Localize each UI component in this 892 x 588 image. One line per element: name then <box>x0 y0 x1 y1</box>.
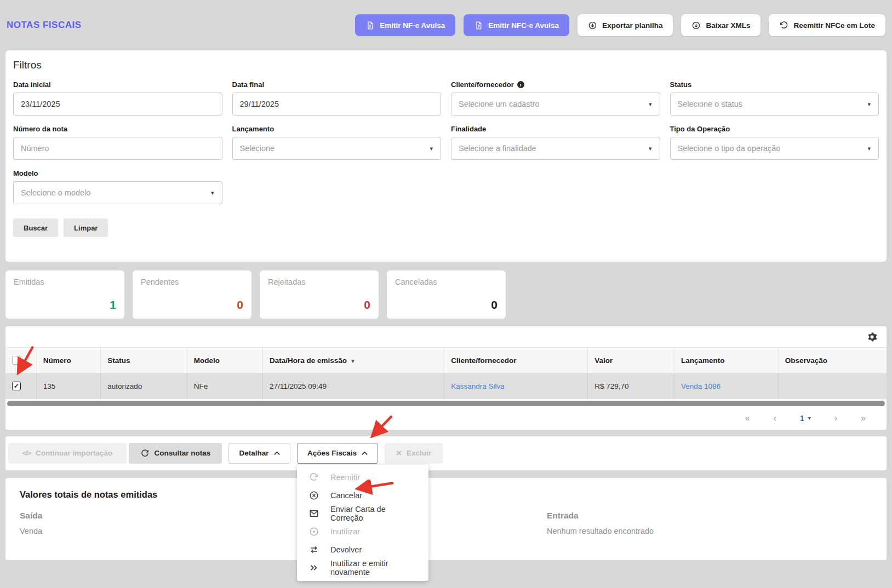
filter-status: Status Selecione o status <box>670 71 879 116</box>
excluir-button[interactable]: Excluir <box>385 443 443 464</box>
col-data-emissao[interactable]: Data/Hora de emissão <box>263 348 444 373</box>
download-circle-icon <box>691 21 701 30</box>
export-sheet-label: Exportar planilha <box>602 21 662 30</box>
chevron-down-icon <box>808 415 811 421</box>
prev-page-button[interactable] <box>774 413 776 423</box>
rejeitadas-value: 0 <box>364 298 370 312</box>
refresh-icon <box>140 448 150 458</box>
filter-modelo: Modelo Selecione o modelo <box>13 160 222 204</box>
data-inicial-label: Data inicial <box>13 80 222 89</box>
continuar-importacao-button[interactable]: Continuar importação <box>8 443 127 464</box>
modelo-select[interactable]: Selecione o modelo <box>13 181 222 204</box>
status-select[interactable]: Selecione o status <box>670 93 879 116</box>
current-page: 1 <box>800 414 804 423</box>
emit-nfe-button[interactable]: Emitir NF-e Avulsa <box>355 14 455 36</box>
saida-value: Venda <box>20 527 547 535</box>
action-bar: Continuar importação Consultar notas Det… <box>5 436 887 470</box>
entrada-value: Nenhum resultado encontrado <box>547 527 654 535</box>
buscar-button[interactable]: Buscar <box>13 218 58 237</box>
chevron-down-icon <box>867 145 871 152</box>
table-header-row: Número Status Modelo Data/Hora de emissã… <box>5 348 887 373</box>
menu-item-inutilizar[interactable]: Inutilizar <box>297 523 428 541</box>
pagination: 1 <box>5 407 887 430</box>
menu-item-cancelar[interactable]: Cancelar <box>297 487 428 505</box>
data-final-label: Data final <box>232 80 442 89</box>
menu-item-inutilizar-emitir[interactable]: Inutilizar e emitir novamente <box>297 559 428 577</box>
canceladas-value: 0 <box>491 298 498 312</box>
emit-nfce-button[interactable]: Emitir NFC-e Avulsa <box>464 14 569 36</box>
topbar-buttons: Emitir NF-e Avulsa Emitir NFC-e Avulsa E… <box>355 14 885 36</box>
chevron-down-icon <box>867 101 871 108</box>
lancamento-select[interactable]: Selecione <box>232 137 442 160</box>
status-label: Status <box>670 80 879 89</box>
col-status[interactable]: Status <box>101 348 187 373</box>
download-xmls-button[interactable]: Baixar XMLs <box>681 14 761 36</box>
data-inicial-input[interactable] <box>13 93 222 116</box>
document-icon <box>365 21 375 30</box>
pendentes-value: 0 <box>237 298 243 312</box>
col-lancamento[interactable]: Lançamento <box>674 348 778 373</box>
finalidade-select[interactable]: Selecione a finalidade <box>451 137 660 160</box>
excluir-label: Excluir <box>407 449 431 457</box>
double-chevron-right-icon <box>309 563 319 573</box>
last-page-button[interactable] <box>861 413 866 423</box>
menu-item-reemitir[interactable]: Reemitir <box>297 469 428 487</box>
lancamento-label: Lançamento <box>232 125 442 133</box>
card-emitidas: Emitidas 1 <box>5 270 124 319</box>
cell-modelo: NFe <box>187 373 262 399</box>
col-cliente[interactable]: Cliente/fornecedor <box>444 348 588 373</box>
filter-tipo-operacao: Tipo da Operação Selecione o tipo da ope… <box>670 116 879 160</box>
tipo-operacao-placeholder: Selecione o tipo da operação <box>678 144 781 153</box>
x-icon <box>396 448 402 458</box>
notes-table: Número Status Modelo Data/Hora de emissã… <box>5 347 887 399</box>
info-icon[interactable] <box>517 81 524 88</box>
filter-finalidade: Finalidade Selecione a finalidade <box>451 116 660 160</box>
emit-nfce-label: Emitir NFC-e Avulsa <box>488 21 559 30</box>
table-row[interactable]: 135 autorizado NFe 27/11/2025 09:49 Kass… <box>5 373 887 399</box>
reemitir-label: Reemitir <box>330 473 360 482</box>
cliente-select[interactable]: Selecione um cadastro <box>451 93 660 116</box>
menu-item-devolver[interactable]: Devolver <box>297 541 428 559</box>
totals-entrada: Entrada Nenhum resultado encontrado <box>547 511 654 535</box>
cell-data: 27/11/2025 09:49 <box>263 373 444 399</box>
lancamento-link[interactable]: Venda 1086 <box>681 382 721 390</box>
limpar-button[interactable]: Limpar <box>64 218 108 237</box>
data-final-input[interactable] <box>232 93 442 116</box>
chevron-up-icon <box>274 451 280 456</box>
cell-valor: R$ 729,70 <box>588 373 674 399</box>
page-select[interactable]: 1 <box>800 414 811 423</box>
col-observacao[interactable]: Observação <box>778 348 887 373</box>
modelo-placeholder: Selecione o modelo <box>21 188 90 197</box>
reemit-batch-button[interactable]: Reemitir NFCe em Lote <box>769 14 885 36</box>
circle-dot-icon <box>309 527 319 537</box>
row-checkbox[interactable] <box>12 382 21 390</box>
cliente-link[interactable]: Kassandra Silva <box>451 382 505 390</box>
detalhar-label: Detalhar <box>239 449 268 457</box>
select-all-checkbox[interactable] <box>12 356 21 365</box>
inutilizar-emitir-label: Inutilizar e emitir novamente <box>330 559 416 577</box>
inutilizar-label: Inutilizar <box>330 527 360 536</box>
next-page-button[interactable] <box>834 413 837 423</box>
horizontal-scrollbar[interactable] <box>7 401 885 406</box>
filter-data-final: Data final <box>232 71 442 116</box>
acoes-fiscais-button[interactable]: Ações Fiscais <box>297 443 378 464</box>
filters-title: Filtros <box>13 59 879 71</box>
chevron-down-icon <box>649 145 652 152</box>
detalhar-button[interactable]: Detalhar <box>228 443 290 464</box>
col-modelo[interactable]: Modelo <box>187 348 262 373</box>
export-sheet-button[interactable]: Exportar planilha <box>577 14 673 36</box>
numero-input[interactable] <box>13 137 222 160</box>
emit-nfe-label: Emitir NF-e Avulsa <box>380 21 445 30</box>
gear-icon[interactable] <box>867 332 877 342</box>
totals-title: Valores totais de notas emitidas <box>20 489 872 500</box>
filter-data-inicial: Data inicial <box>13 71 222 116</box>
pendentes-label: Pendentes <box>141 278 243 286</box>
menu-item-enviar-carta[interactable]: Enviar Carta de Correção <box>297 505 428 523</box>
first-page-button[interactable] <box>745 413 750 423</box>
tipo-operacao-select[interactable]: Selecione o tipo da operação <box>670 137 879 160</box>
undo-icon <box>779 21 788 30</box>
col-valor[interactable]: Valor <box>588 348 674 373</box>
col-numero[interactable]: Número <box>36 348 100 373</box>
consultar-notas-button[interactable]: Consultar notas <box>129 443 222 464</box>
totals-panel: Valores totais de notas emitidas Saída V… <box>5 478 887 560</box>
